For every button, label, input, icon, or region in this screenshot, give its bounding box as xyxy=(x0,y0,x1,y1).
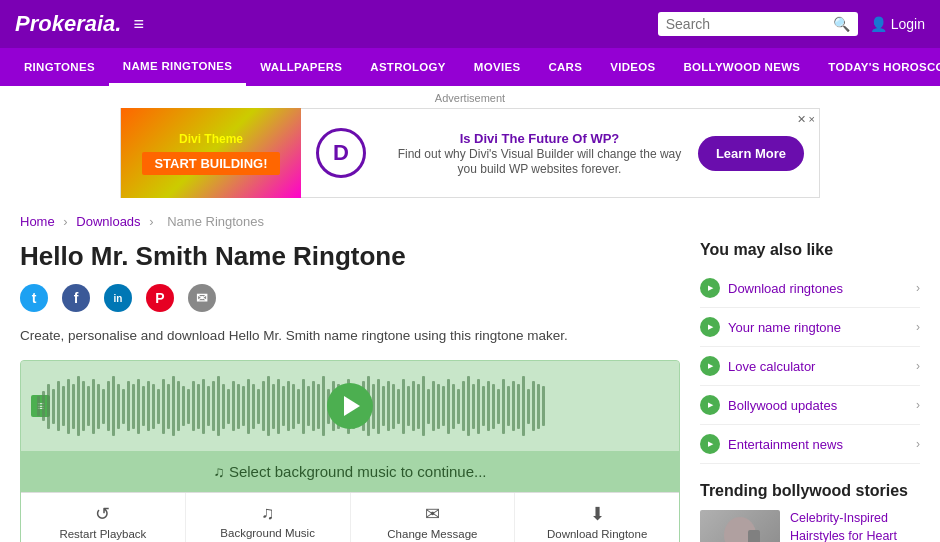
waveform-bar xyxy=(472,384,475,429)
waveform-bar xyxy=(437,384,440,429)
linkedin-share-button[interactable]: in xyxy=(104,284,132,312)
waveform-bar xyxy=(97,384,100,429)
waveform-bar xyxy=(447,379,450,434)
waveform-bar xyxy=(242,386,245,426)
trending-thumb-image xyxy=(700,510,780,542)
ad-banner-headline: Is Divi The Future Of WP? Find out why D… xyxy=(381,121,698,186)
change-message-label: Change Message xyxy=(356,528,510,540)
waveform-bar xyxy=(477,379,480,434)
list-item: Download ringtones › xyxy=(700,269,920,308)
waveform-bar xyxy=(317,384,320,429)
download-icon: ⬇ xyxy=(520,503,674,525)
sidebar-item-love-calculator[interactable]: Love calculator › xyxy=(700,347,920,385)
sidebar-item-download-ringtones[interactable]: Download ringtones › xyxy=(700,269,920,307)
play-circle-icon xyxy=(700,278,720,298)
waveform-bar xyxy=(292,384,295,429)
sidebar-item-entertainment-news[interactable]: Entertainment news › xyxy=(700,425,920,463)
nav-item-name-ringtones[interactable]: NAME RINGTONES xyxy=(109,48,246,86)
ad-close-button[interactable]: ✕ × xyxy=(797,113,815,126)
ad-banner[interactable]: Divi Theme START BUILDING! D Is Divi The… xyxy=(120,108,820,198)
download-ringtone-button[interactable]: ⬇ Download Ringtone xyxy=(515,493,679,542)
play-circle-icon xyxy=(700,434,720,454)
nav-item-todays-horoscope[interactable]: TODAY'S HOROSCOPE xyxy=(814,48,940,86)
chevron-right-icon: › xyxy=(916,320,920,334)
hamburger-menu-icon[interactable]: ≡ xyxy=(133,14,144,35)
waveform-bar xyxy=(147,381,150,431)
twitter-icon: t xyxy=(32,290,37,306)
sidebar-item-label: Entertainment news xyxy=(728,437,908,452)
nav-item-videos[interactable]: VIDEOS xyxy=(596,48,669,86)
waveform-bar xyxy=(452,384,455,429)
trending-thumbnail xyxy=(700,510,780,542)
nav-item-astrology[interactable]: ASTROLOGY xyxy=(356,48,460,86)
waveform-bar xyxy=(187,389,190,424)
nav-item-cars[interactable]: CARS xyxy=(534,48,596,86)
waveform-bar xyxy=(197,384,200,429)
svg-rect-2 xyxy=(748,530,760,542)
background-music-button[interactable]: ♫ Background Music xyxy=(186,493,351,542)
trending-item[interactable]: Celebrity-Inspired Hairstyles for Heart … xyxy=(700,510,920,542)
waveform-bar xyxy=(132,384,135,429)
waveform-bar xyxy=(72,384,75,429)
breadcrumb-home[interactable]: Home xyxy=(20,214,55,229)
nav-item-bollywood-news[interactable]: BOLLYWOOD NEWS xyxy=(669,48,814,86)
social-icons: t f in P ✉ xyxy=(20,284,680,312)
search-input[interactable] xyxy=(666,16,827,32)
waveform-bar xyxy=(212,381,215,431)
breadcrumb-sep-2: › xyxy=(149,214,153,229)
chevron-right-icon: › xyxy=(916,398,920,412)
waveform-bar xyxy=(202,379,205,434)
sidebar-item-your-name-ringtone[interactable]: Your name ringtone › xyxy=(700,308,920,346)
restart-playback-button[interactable]: ↺ Restart Playback xyxy=(21,493,186,542)
nav-item-ringtones[interactable]: RINGTONES xyxy=(10,48,109,86)
waveform-bar xyxy=(107,381,110,431)
ad-label: Advertisement xyxy=(0,92,940,104)
user-icon: 👤 xyxy=(870,16,887,32)
waveform-bar xyxy=(417,384,420,429)
play-button[interactable] xyxy=(327,383,373,429)
waveform-bar xyxy=(167,384,170,429)
ad-learn-more-button[interactable]: Learn More xyxy=(698,136,804,171)
divi-theme-label: Divi Theme xyxy=(179,132,243,146)
waveform-bar xyxy=(387,381,390,431)
waveform-bar xyxy=(172,376,175,436)
waveform-bar xyxy=(67,379,70,434)
main-wrapper: Hello Mr. Smith Name Ringtone t f in P ✉… xyxy=(0,241,940,542)
waveform-bar xyxy=(177,381,180,431)
waveform-bar xyxy=(237,384,240,429)
restart-icon: ↺ xyxy=(26,503,180,525)
change-message-button[interactable]: ✉ Change Message xyxy=(351,493,516,542)
music-select-bar[interactable]: ♫ Select background music to continue... xyxy=(21,451,679,492)
waveform-bar xyxy=(227,389,230,424)
waveform-bar xyxy=(497,389,500,424)
waveform-bar xyxy=(262,381,265,431)
email-share-button[interactable]: ✉ xyxy=(188,284,216,312)
breadcrumb-downloads[interactable]: Downloads xyxy=(76,214,140,229)
nav-item-movies[interactable]: MOVIES xyxy=(460,48,535,86)
nav-item-wallpapers[interactable]: WALLPAPERS xyxy=(246,48,356,86)
waveform-bar xyxy=(412,381,415,431)
breadcrumb-sep-1: › xyxy=(63,214,67,229)
play-circle-icon xyxy=(700,317,720,337)
main-nav: RINGTONES NAME RINGTONES WALLPAPERS ASTR… xyxy=(0,48,940,86)
pinterest-share-button[interactable]: P xyxy=(146,284,174,312)
facebook-share-button[interactable]: f xyxy=(62,284,90,312)
logo[interactable]: Prokeraia. xyxy=(15,11,121,37)
sidebar-item-label: Download ringtones xyxy=(728,281,908,296)
twitter-share-button[interactable]: t xyxy=(20,284,48,312)
play-circle-icon xyxy=(700,395,720,415)
sidebar: You may also like Download ringtones › Y… xyxy=(700,241,920,542)
waveform-bar xyxy=(92,379,95,434)
music-icon: ♫ xyxy=(191,503,345,524)
header: Prokeraia. ≡ 🔍 👤 Login xyxy=(0,0,940,48)
chevron-right-icon: › xyxy=(916,359,920,373)
sidebar-list: Download ringtones › Your name ringtone … xyxy=(700,269,920,464)
sidebar-item-bollywood-updates[interactable]: Bollywood updates › xyxy=(700,386,920,424)
login-button[interactable]: 👤 Login xyxy=(870,16,925,32)
sidebar-item-label: Your name ringtone xyxy=(728,320,908,335)
waveform-bar xyxy=(152,384,155,429)
divi-logo-circle: D xyxy=(316,128,366,178)
waveform-bar xyxy=(537,384,540,429)
search-bar[interactable]: 🔍 xyxy=(658,12,858,36)
trending-item-text[interactable]: Celebrity-Inspired Hairstyles for Heart … xyxy=(790,510,920,542)
